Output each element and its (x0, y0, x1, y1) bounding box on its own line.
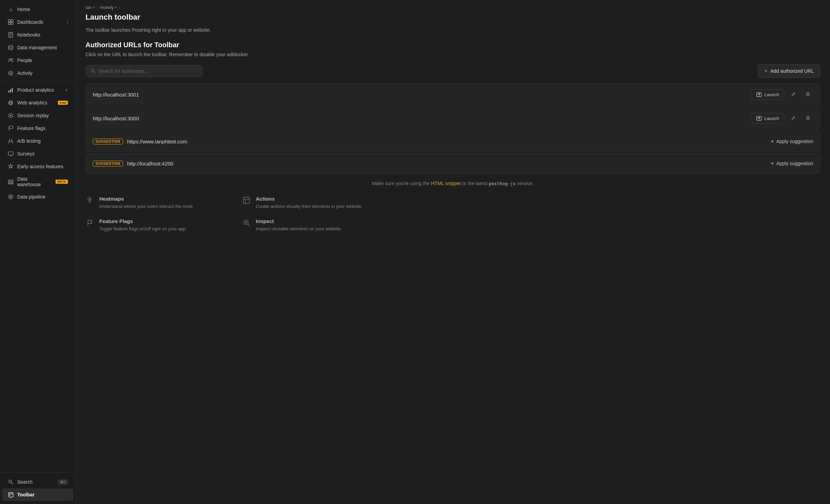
breadcrumb-ian-label: Ian (85, 5, 92, 10)
url-text-0[interactable]: http://localhost:3001 (93, 92, 747, 98)
ab-testing-icon (8, 138, 14, 144)
svg-point-11 (9, 71, 13, 75)
web-analytics-icon (8, 100, 14, 106)
surveys-icon (8, 151, 14, 157)
svg-point-8 (9, 46, 13, 47)
svg-rect-2 (8, 22, 10, 24)
feature-desc-heatmaps: Understand where your users interact the… (99, 203, 194, 210)
sidebar-item-home[interactable]: ⌂ Home (2, 3, 73, 16)
url-row-suggestion-1: SUGGESTION http://localhost:4200 + Apply… (85, 153, 820, 174)
data-warehouse-icon (8, 179, 14, 185)
inspect-icon (242, 219, 251, 229)
url-text-suggestion-1: http://localhost:4200 (127, 161, 767, 167)
chevron-down-icon-2: ▾ (115, 6, 117, 9)
actions-icon (242, 196, 251, 206)
activity-icon (8, 70, 14, 76)
launch-button-1[interactable]: Launch (751, 113, 784, 124)
add-authorized-url-button[interactable]: + Add authorized URL (758, 64, 820, 78)
delete-button-1[interactable] (803, 114, 813, 123)
snippet-text-before: Make sure you're using the (372, 181, 431, 186)
apply-suggestion-button-0[interactable]: + Apply suggestion (771, 137, 813, 146)
sidebar-item-activity[interactable]: Activity (2, 67, 73, 79)
sidebar-item-data-pipeline[interactable]: Data pipeline (2, 191, 73, 203)
sidebar: ⌂ Home Dashboards | Notebooks Data manag… (0, 0, 76, 504)
apply-suggestion-button-1[interactable]: + Apply suggestion (771, 159, 813, 168)
heatmaps-icon (85, 196, 94, 206)
feature-item-actions: Actions Create actions visually from ele… (242, 196, 382, 210)
svg-point-37 (89, 199, 91, 200)
sidebar-item-label: Activity (17, 70, 68, 76)
sidebar-item-label: Surveys (17, 151, 68, 157)
plus-icon[interactable]: + (65, 87, 68, 93)
beta-badge: true (58, 101, 68, 105)
sidebar-item-search[interactable]: Search ⌘K (2, 476, 73, 488)
sidebar-item-label: Data management (17, 45, 68, 50)
sidebar-item-data-warehouse[interactable]: Data warehouse BETA (2, 173, 73, 190)
beta-badge-warehouse: BETA (55, 180, 68, 184)
sidebar-item-notebooks[interactable]: Notebooks (2, 29, 73, 41)
breadcrumb-sep-2: / (119, 5, 120, 10)
snippet-note: Make sure you're using the HTML snippet … (85, 181, 820, 186)
sidebar-item-label: Data warehouse (17, 176, 52, 187)
svg-line-34 (94, 71, 95, 73)
svg-rect-23 (8, 152, 13, 155)
delete-button-0[interactable] (803, 90, 813, 99)
breadcrumb-howdy-label: Howdy (100, 5, 114, 10)
svg-rect-15 (12, 88, 13, 92)
sidebar-item-session-replay[interactable]: Session replay (2, 109, 73, 122)
suggestion-badge-0: SUGGESTION (93, 139, 123, 144)
chevron-down-icon: | (67, 20, 68, 24)
feature-item-feature-flags: Feature Flags Toggle feature flags on/of… (85, 218, 225, 232)
launch-label-1: Launch (764, 116, 779, 121)
sidebar-item-people[interactable]: People (2, 54, 73, 67)
sidebar-item-feature-flags[interactable]: Feature flags (2, 122, 73, 134)
search-input[interactable] (98, 68, 198, 74)
plus-icon-2: + (771, 160, 774, 167)
html-snippet-link[interactable]: HTML snippet (431, 181, 461, 186)
feature-text-feature-flags: Feature Flags Toggle feature flags on/of… (99, 218, 187, 232)
data-management-icon (8, 44, 14, 51)
chevron-down-icon: ▾ (93, 6, 95, 9)
feature-title-actions: Actions (256, 196, 363, 202)
search-icon (91, 68, 95, 74)
sidebar-item-label: Dashboards (17, 19, 63, 25)
url-text-1[interactable]: http://localhost:3000 (93, 115, 747, 121)
sidebar-item-label: Search (17, 479, 54, 485)
sidebar-item-surveys[interactable]: Surveys (2, 148, 73, 160)
feature-flags-icon-grid (85, 219, 94, 229)
edit-button-1[interactable] (788, 114, 799, 123)
feature-text-actions: Actions Create actions visually from ele… (256, 196, 363, 210)
posthog-js-code: posthog-js (489, 181, 516, 186)
sidebar-item-web-analytics[interactable]: Web analytics true (2, 97, 73, 109)
feature-title-heatmaps: Heatmaps (99, 196, 194, 202)
svg-rect-26 (8, 183, 13, 184)
url-row-suggestion-0: SUGGESTION https://www.ianphtest.com + A… (85, 131, 820, 152)
sidebar-item-label: Data pipeline (17, 194, 68, 200)
sidebar-item-ab-testing[interactable]: A/B testing (2, 135, 73, 147)
url-row-1: http://localhost:3000 Launch (85, 107, 820, 130)
svg-rect-38 (243, 197, 250, 203)
svg-point-10 (11, 59, 13, 60)
feature-item-inspect: Inspect Inspect clickable elements on yo… (242, 218, 382, 232)
feature-flags-icon (8, 125, 14, 131)
launch-button-0[interactable]: Launch (751, 89, 784, 100)
breadcrumb-ian[interactable]: Ian ▾ (85, 5, 95, 10)
sidebar-item-data-management[interactable]: Data management (2, 41, 73, 54)
sidebar-item-dashboards[interactable]: Dashboards | (2, 16, 73, 28)
sidebar-item-label: Product analytics (17, 87, 62, 93)
sidebar-item-toolbar[interactable]: Toolbar (2, 488, 73, 501)
sidebar-nav: ⌂ Home Dashboards | Notebooks Data manag… (0, 0, 75, 472)
feature-desc-inspect: Inspect clickable elements on your websi… (256, 225, 342, 232)
breadcrumb: Ian ▾ / Howdy ▾ / (76, 0, 830, 11)
sidebar-item-label: Feature flags (17, 125, 68, 131)
search-box[interactable] (85, 65, 203, 77)
sidebar-item-early-access[interactable]: Early access features (2, 160, 73, 173)
edit-button-0[interactable] (788, 90, 799, 99)
section-description: Click on the URL to launch the toolbar. … (85, 52, 820, 57)
svg-rect-24 (8, 180, 13, 181)
sidebar-item-label: A/B testing (17, 138, 68, 144)
svg-rect-30 (9, 493, 13, 497)
breadcrumb-howdy[interactable]: Howdy ▾ (100, 5, 117, 10)
sidebar-bottom: Search ⌘K Toolbar (0, 472, 75, 504)
sidebar-item-product-analytics[interactable]: Product analytics + (2, 84, 73, 96)
